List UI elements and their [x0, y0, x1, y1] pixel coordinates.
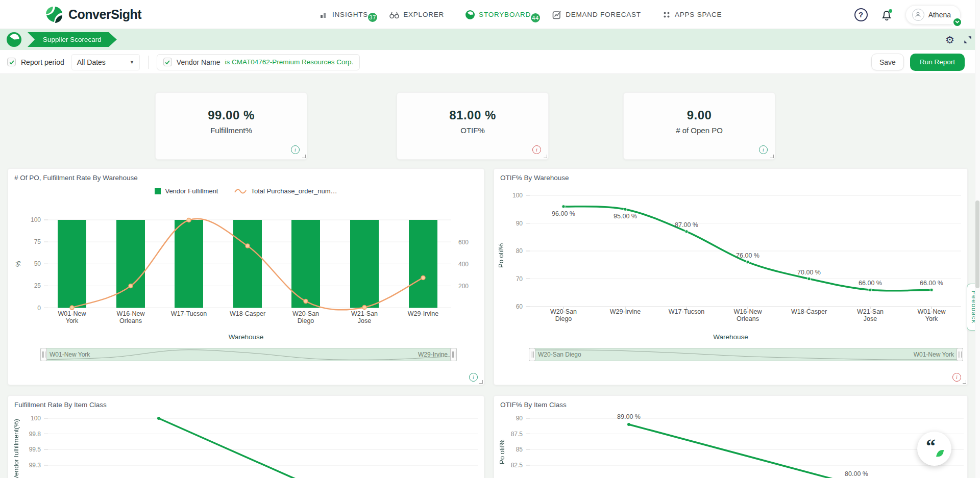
conversight-quote-icon: “: [924, 438, 945, 460]
data-point[interactable]: [129, 284, 133, 288]
data-point[interactable]: [562, 205, 565, 208]
report-period-dropdown[interactable]: All Dates ▼: [71, 54, 140, 70]
slider-handle-left[interactable]: [40, 348, 47, 361]
data-point[interactable]: [246, 244, 250, 248]
data-point[interactable]: [869, 288, 872, 291]
chevron-down-icon[interactable]: [952, 17, 962, 27]
info-icon[interactable]: i: [469, 373, 478, 382]
axis-tick-label: 90: [516, 415, 523, 422]
user-name: Athena: [928, 11, 951, 19]
range-slider[interactable]: W20-San Diego W01-New York: [529, 348, 963, 361]
slider-handle-right[interactable]: [450, 348, 457, 361]
resize-corner[interactable]: [302, 155, 306, 158]
vendor-name-checkbox[interactable]: [163, 58, 172, 66]
data-point[interactable]: [930, 288, 933, 291]
alert-icon[interactable]: i: [952, 373, 961, 382]
scrollbar-track[interactable]: [975, 0, 980, 478]
bar[interactable]: [350, 220, 379, 308]
info-icon[interactable]: i: [291, 145, 300, 154]
assistant-fab[interactable]: “: [917, 432, 951, 466]
axis-tick-label: 85: [516, 446, 523, 453]
data-point[interactable]: [304, 299, 308, 304]
kpi-label: Fulfillment%: [156, 126, 307, 135]
caret-down-icon: ▼: [130, 60, 134, 65]
chart-panel-otif-by-item-class: OTIF% By Item Class Po otif% 9087.58582.…: [494, 395, 968, 478]
binoculars-icon: [389, 11, 399, 19]
report-period-value: All Dates: [77, 58, 106, 66]
help-icon[interactable]: ?: [854, 8, 868, 21]
combo-chart-canvas[interactable]: 0255075100200400600%W01-NewYorkW16-NewOr…: [8, 199, 485, 328]
axis-tick-label: 80: [516, 247, 523, 255]
data-label: 80.00 %: [845, 470, 868, 477]
save-button[interactable]: Save: [871, 54, 904, 70]
data-point[interactable]: [70, 306, 74, 310]
x-axis-title: Warehouse: [8, 333, 484, 341]
data-point[interactable]: [157, 417, 160, 420]
resize-corner[interactable]: [544, 155, 547, 158]
legend-item-vendor-fulfillment[interactable]: Vendor Fulfillment: [155, 187, 218, 195]
resize-corner[interactable]: [479, 380, 483, 384]
user-menu[interactable]: Athena: [905, 5, 961, 24]
nav-item-label: DEMAND FORECAST: [566, 11, 641, 18]
info-icon[interactable]: i: [759, 145, 768, 154]
insights-count-badge[interactable]: 37: [367, 12, 378, 23]
resize-corner[interactable]: [770, 155, 774, 158]
category-label: W16-New: [117, 310, 145, 317]
line-chart-canvas[interactable]: 1009080706096.00 %95.00 %87.00 %76.00 %7…: [494, 184, 968, 327]
storyboard-title-ribbon[interactable]: Supplier Scorecard: [28, 32, 117, 47]
slider-handle-left[interactable]: [529, 348, 535, 361]
axis-tick-label: 100: [31, 415, 41, 422]
scrollbar-thumb[interactable]: [975, 200, 979, 288]
data-label: 70.00 %: [797, 269, 821, 276]
line-series[interactable]: [159, 418, 345, 478]
data-point[interactable]: [187, 218, 191, 222]
slider-handle-right[interactable]: [957, 348, 963, 361]
main-nav: INSIGHTS 37 EXPLORER STORYBOARD 44: [320, 0, 722, 29]
data-point[interactable]: [807, 277, 811, 280]
run-report-button[interactable]: Run Report: [910, 54, 965, 71]
nav-item-label: INSIGHTS: [332, 11, 368, 18]
data-point[interactable]: [746, 261, 749, 264]
bar[interactable]: [58, 220, 86, 308]
nav-item-insights[interactable]: INSIGHTS 37: [320, 10, 368, 19]
legend-item-total-po[interactable]: Total Purchase_order_num…: [234, 187, 337, 195]
vendor-name-value: is CMAT04762-Premium Resources Corp.: [225, 58, 353, 66]
data-point[interactable]: [685, 230, 688, 233]
axis-tick-label: 100: [512, 192, 523, 199]
vendor-name-filter-chip[interactable]: Vendor Name is CMAT04762-Premium Resourc…: [157, 54, 360, 70]
category-label: W01-New: [58, 310, 87, 317]
storyboard-count-badge[interactable]: 44: [530, 12, 541, 23]
resize-corner[interactable]: [963, 380, 966, 384]
nav-item-demand-forecast[interactable]: DEMAND FORECAST: [552, 10, 641, 19]
category-label: W20-San: [550, 308, 577, 315]
data-point[interactable]: [421, 275, 425, 280]
line-chart-canvas[interactable]: 10099.899.599.3: [8, 411, 485, 478]
bar[interactable]: [116, 220, 145, 308]
alert-icon[interactable]: i: [532, 145, 541, 154]
bar[interactable]: [409, 220, 437, 308]
kpi-card-otif[interactable]: 81.00 % OTIF% i: [397, 92, 549, 160]
chart-panel-otif-by-warehouse: OTIF% By Warehouse Po otif% 100908070609…: [494, 168, 968, 385]
line-chart-canvas[interactable]: 9087.58582.589.00 %80.00 %: [494, 411, 968, 478]
range-slider[interactable]: W01-New York W29-Irvine: [40, 348, 457, 361]
report-period-label: Report period: [21, 58, 64, 66]
app-logo[interactable]: ConverSight: [45, 0, 141, 29]
chart-title: # Of PO, Fulfillment Rate By Warehouse: [14, 174, 138, 182]
nav-item-explorer[interactable]: EXPLORER: [389, 11, 444, 19]
data-label: 66.00 %: [920, 280, 943, 287]
report-period-checkbox[interactable]: [7, 58, 16, 66]
expand-icon[interactable]: [964, 36, 972, 44]
bar[interactable]: [233, 220, 262, 308]
kpi-card-open-po[interactable]: 9.00 # of Open PO i: [623, 92, 775, 160]
data-point[interactable]: [624, 208, 627, 211]
slider-to-label: W29-Irvine: [418, 348, 448, 361]
notifications-button[interactable]: [880, 8, 893, 21]
gear-icon[interactable]: ⚙: [945, 35, 954, 45]
nav-item-apps-space[interactable]: APPS SPACE: [663, 11, 722, 19]
bar[interactable]: [175, 220, 203, 308]
data-point[interactable]: [362, 305, 366, 309]
nav-item-storyboard[interactable]: STORYBOARD 44: [465, 10, 531, 19]
data-point[interactable]: [627, 423, 630, 426]
kpi-card-fulfillment[interactable]: 99.00 % Fulfillment% i: [155, 92, 307, 160]
storyboard-banner: Supplier Scorecard ⚙: [0, 29, 980, 50]
